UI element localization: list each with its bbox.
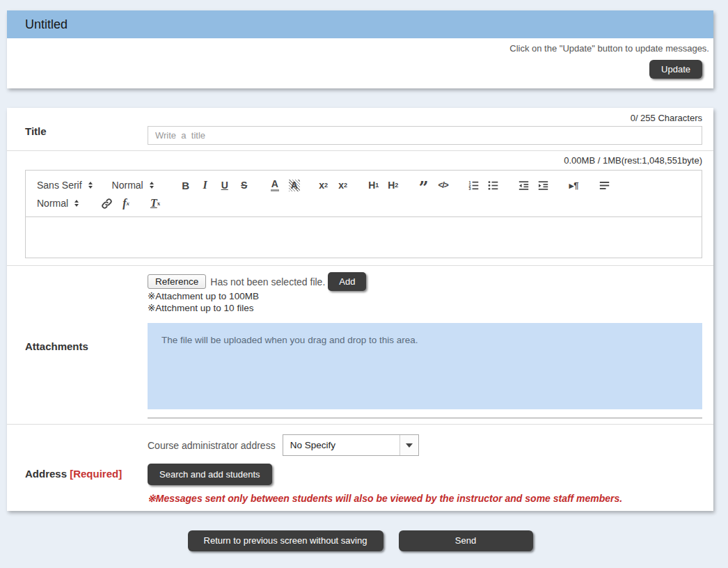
strikethrough-button[interactable]: S: [235, 177, 254, 194]
send-button[interactable]: Send: [399, 530, 533, 551]
blockquote-button[interactable]: ”: [414, 177, 434, 194]
chevron-down-icon: [406, 443, 413, 448]
address-row: Address [Required] Course administrator …: [7, 425, 713, 511]
footer-actions: Return to previous screen without saving…: [7, 530, 713, 551]
editor-capacity-counter: 0.00MB / 1MB(rest:1,048,551byte): [25, 155, 702, 166]
formula-button[interactable]: fx: [116, 195, 136, 212]
title-char-counter: 0/ 255 Characters: [148, 113, 702, 123]
h2-base: H: [388, 180, 395, 191]
course-admin-select-value: No Specify: [283, 435, 399, 455]
update-button[interactable]: Update: [649, 60, 702, 79]
h2-small: 2: [395, 182, 398, 189]
file-select-line: Reference Has not been selected file. Ad…: [148, 272, 702, 291]
course-admin-label: Course administrator address: [148, 440, 276, 451]
reference-button[interactable]: Reference: [148, 274, 206, 289]
align-left-icon: [599, 180, 610, 191]
file-dropzone[interactable]: The file will be uploaded when you drag …: [148, 323, 702, 409]
clean-small: x: [157, 200, 161, 207]
svg-text:3: 3: [469, 187, 471, 191]
ordered-list-icon: 123: [468, 180, 479, 191]
attachment-count-note: ※Attchment up to 10 files: [148, 303, 702, 315]
h1-base: H: [368, 180, 375, 191]
header-picker-label: Normal: [112, 180, 143, 191]
heading2-button[interactable]: H2: [383, 177, 403, 194]
background-color-icon: A: [289, 180, 300, 191]
lineheight-picker[interactable]: Normal: [37, 198, 79, 209]
font-picker-label: Sans Serif: [37, 180, 82, 191]
upload-section-divider: [148, 418, 702, 418]
header-picker[interactable]: Normal: [112, 180, 154, 191]
message-title-bar: Untitled: [7, 10, 713, 38]
bold-button[interactable]: B: [176, 177, 196, 194]
attachments-label: Attachments: [7, 272, 148, 418]
heading1-button[interactable]: H1: [364, 177, 383, 194]
outdent-button[interactable]: [514, 177, 534, 194]
toolbar-row-1: Sans Serif Normal B I U S A A: [37, 176, 690, 194]
editor-row: 0.00MB / 1MB(rest:1,048,551byte) Sans Se…: [7, 151, 713, 266]
return-without-saving-button[interactable]: Return to previous screen without saving: [188, 530, 383, 551]
page-title: Untitled: [25, 17, 68, 32]
superscript-small: 2: [344, 182, 347, 189]
underline-button[interactable]: U: [215, 177, 235, 194]
h1-small: 1: [375, 182, 379, 189]
subscript-button[interactable]: x2: [314, 177, 333, 194]
required-badge: [Required]: [70, 468, 122, 480]
student-message-warning: ※Messages sent only between students wil…: [148, 493, 702, 504]
superscript-button[interactable]: x2: [333, 177, 353, 194]
text-color-button[interactable]: A: [265, 177, 285, 194]
update-hint-text: Click on the "Update" button to update m…: [7, 43, 711, 54]
link-button[interactable]: [97, 195, 116, 212]
attachment-size-note: ※Attachment up to 100MB: [148, 291, 702, 303]
ordered-list-button[interactable]: 123: [464, 177, 484, 194]
title-input[interactable]: [148, 126, 702, 145]
message-form-panel: Title 0/ 255 Characters 0.00MB / 1MB(res…: [7, 108, 713, 511]
title-row-content: 0/ 255 Characters: [148, 113, 713, 145]
picker-arrows-icon: [88, 182, 93, 189]
rich-text-editor: Sans Serif Normal B I U S A A: [25, 170, 702, 258]
editor-toolbar: Sans Serif Normal B I U S A A: [26, 171, 702, 217]
no-file-text: Has not been selected file.: [210, 276, 325, 287]
text-color-icon: A: [271, 179, 279, 191]
bullet-list-icon: [488, 180, 498, 191]
superscript-base: x: [338, 180, 344, 191]
select-dropdown-button[interactable]: [399, 435, 418, 455]
align-button[interactable]: [595, 177, 615, 194]
italic-button[interactable]: I: [196, 177, 215, 194]
clean-base: T: [150, 197, 157, 210]
indent-icon: [538, 180, 548, 191]
formula-small: x: [127, 200, 130, 207]
outdent-icon: [519, 180, 529, 191]
picker-arrows-icon: [74, 200, 79, 207]
subscript-small: 2: [324, 182, 328, 189]
indent-button[interactable]: [534, 177, 553, 194]
background-color-button[interactable]: A: [285, 177, 304, 194]
code-block-button[interactable]: </>: [434, 177, 453, 194]
picker-arrows-icon: [150, 182, 154, 189]
clean-format-button[interactable]: Tx: [145, 195, 165, 212]
search-add-students-button[interactable]: Search and add students: [148, 464, 272, 485]
title-label: Title: [7, 113, 148, 145]
title-row: Title 0/ 255 Characters: [7, 108, 713, 151]
lineheight-picker-label: Normal: [37, 198, 68, 209]
course-admin-line: Course administrator address No Specify: [148, 434, 702, 456]
address-label-text: Address: [25, 468, 67, 480]
dropzone-text: The file will be uploaded when you drag …: [161, 335, 418, 345]
toolbar-row-2: Normal fx Tx: [37, 194, 690, 212]
editor-content[interactable]: [26, 217, 702, 258]
text-direction-button[interactable]: ▸¶: [564, 177, 584, 194]
message-update-panel: Untitled Click on the "Update" button to…: [7, 10, 713, 88]
update-hint-area: Click on the "Update" button to update m…: [7, 38, 713, 88]
attachments-row-content: Reference Has not been selected file. Ad…: [148, 272, 713, 418]
font-picker[interactable]: Sans Serif: [37, 180, 93, 191]
address-row-content: Course administrator address No Specify …: [148, 434, 713, 504]
bullet-list-button[interactable]: [484, 177, 503, 194]
course-admin-select[interactable]: No Specify: [283, 434, 419, 456]
add-attachment-button[interactable]: Add: [328, 272, 366, 291]
link-icon: [101, 198, 113, 210]
attachments-row: Attachments Reference Has not been selec…: [7, 266, 713, 425]
subscript-base: x: [319, 180, 324, 191]
address-label: Address [Required]: [7, 434, 148, 504]
